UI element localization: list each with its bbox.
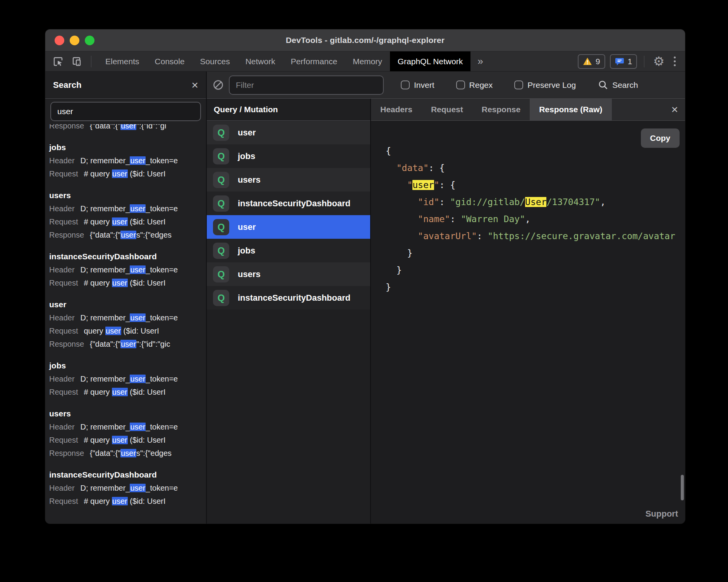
detail-close-icon[interactable]: × (671, 99, 678, 120)
search-result-row[interactable]: Request# query user ($id: UserI (49, 495, 206, 508)
result-section-title: jobs (49, 359, 206, 372)
query-item-label: users (238, 269, 261, 279)
query-list-item-user[interactable]: Quser (207, 215, 370, 239)
response-raw-body: Copy { "data": { "user": { "id": "gid://… (371, 121, 685, 524)
window-title: DevTools - gitlab.com/-/graphql-explorer (45, 29, 685, 51)
query-mutation-header: Query / Mutation (207, 99, 370, 121)
tab-graphql-network[interactable]: GraphQL Network (390, 51, 470, 71)
search-result-row[interactable]: HeaderD; remember_user_token=e (49, 311, 206, 324)
query-type-icon: Q (213, 243, 229, 259)
json-line: "id": "gid://gitlab/User/13704317", (386, 193, 685, 211)
result-section-title: jobs (49, 141, 206, 154)
network-filter-bar: InvertRegexPreserve Log Search (207, 72, 685, 99)
devtools-window: DevTools - gitlab.com/-/graphql-explorer… (45, 29, 685, 524)
query-item-label: user (238, 222, 256, 232)
detail-tab-response[interactable]: Response (472, 99, 530, 120)
search-input[interactable] (50, 102, 201, 121)
json-line: "avatarUrl": "https://secure.gravatar.co… (386, 228, 685, 245)
tab-memory[interactable]: Memory (345, 51, 390, 71)
search-result-row[interactable]: Response{"data":{"users":{"edges (49, 447, 206, 460)
device-toolbar-icon[interactable] (70, 55, 83, 68)
checkbox-box[interactable] (514, 80, 523, 89)
query-list-item-users[interactable]: Qusers (207, 262, 370, 286)
clear-block-icon[interactable] (213, 80, 223, 90)
checkbox-box[interactable] (456, 80, 465, 89)
search-results-list[interactable]: Response{"data":{"user":{"id":"gijobsHea… (45, 124, 206, 524)
query-list-item-jobs[interactable]: Qjobs (207, 239, 370, 262)
kebab-menu-icon[interactable] (671, 56, 679, 66)
detail-tab-request[interactable]: Request (422, 99, 472, 120)
checkbox-preserve-log[interactable]: Preserve Log (514, 80, 576, 90)
json-line: } (386, 245, 685, 262)
settings-gear-icon[interactable]: ⚙ (651, 55, 666, 68)
json-line: "user": { (386, 176, 685, 193)
search-result-row[interactable]: HeaderD; remember_user_token=e (49, 263, 206, 276)
filter-checkboxes: InvertRegexPreserve Log (384, 80, 576, 90)
search-result-row[interactable]: Response{"data":{"user":{"id":"gic (49, 337, 206, 351)
devtools-tabbar: ElementsConsoleSourcesNetworkPerformance… (45, 51, 685, 72)
checkbox-label: Regex (469, 80, 493, 90)
query-mutation-panel: Query / Mutation QuserQjobsQusersQinstan… (207, 99, 371, 524)
message-bubble-icon (615, 57, 624, 66)
query-list-item-instancesecuritydashboard[interactable]: QinstanceSecurityDashboard (207, 286, 370, 310)
result-section-title: instanceSecurityDashboard (49, 250, 206, 263)
search-result-row[interactable]: Requestquery user ($id: UserI (49, 324, 206, 337)
warnings-badge[interactable]: 9 (578, 54, 605, 69)
query-item-label: jobs (238, 246, 255, 256)
query-list-item-jobs[interactable]: Qjobs (207, 144, 370, 168)
json-line: { (386, 142, 685, 159)
checkbox-box[interactable] (401, 80, 410, 89)
network-search-button[interactable]: Search (598, 80, 638, 90)
json-line: "name": "Warren Day", (386, 211, 685, 228)
query-list-item-users[interactable]: Qusers (207, 168, 370, 192)
search-result-row[interactable]: HeaderD; remember_user_token=e (49, 154, 206, 167)
response-json: { "data": { "user": { "id": "gid://gitla… (386, 142, 685, 296)
query-list-item-user[interactable]: Quser (207, 121, 370, 144)
search-result-row[interactable]: Response{"data":{"user":{"id":"gi (49, 124, 206, 132)
query-item-label: instanceSecurityDashboard (238, 199, 350, 209)
toolbar-separator (91, 56, 91, 67)
search-result-row[interactable]: HeaderD; remember_user_token=e (49, 202, 206, 215)
search-result-row[interactable]: Response{"data":{"users":{"edges (49, 228, 206, 241)
filter-input[interactable] (229, 75, 384, 95)
detail-tab-response-raw[interactable]: Response (Raw) (530, 99, 611, 120)
inspect-element-icon[interactable] (52, 55, 65, 68)
search-result-row[interactable]: Request# query user ($id: UserI (49, 215, 206, 228)
query-list: QuserQjobsQusersQinstanceSecurityDashboa… (207, 121, 370, 310)
result-section-title: users (49, 407, 206, 420)
detail-tabs: HeadersRequestResponseResponse (Raw)× (371, 99, 685, 121)
search-result-row[interactable]: HeaderD; remember_user_token=e (49, 420, 206, 433)
tab-console[interactable]: Console (147, 51, 192, 71)
query-type-icon: Q (213, 195, 229, 212)
query-item-label: jobs (238, 151, 255, 161)
tab-sources[interactable]: Sources (192, 51, 238, 71)
tab-network[interactable]: Network (238, 51, 283, 71)
json-line: "data": { (386, 159, 685, 176)
query-item-label: instanceSecurityDashboard (238, 293, 350, 303)
search-result-row[interactable]: Request# query user ($id: UserI (49, 167, 206, 180)
tab-performance[interactable]: Performance (283, 51, 345, 71)
search-result-row[interactable]: Request# query user ($id: UserI (49, 433, 206, 447)
warning-icon (583, 57, 592, 66)
tabbar-separator (644, 56, 644, 67)
scrollbar-thumb[interactable] (681, 475, 684, 500)
checkbox-invert[interactable]: Invert (401, 80, 434, 90)
tab-elements[interactable]: Elements (98, 51, 147, 71)
json-line: } (386, 262, 685, 279)
issues-badge[interactable]: 1 (610, 54, 637, 69)
search-result-row[interactable]: Request# query user ($id: UserI (49, 385, 206, 399)
detail-tab-headers[interactable]: Headers (371, 99, 422, 120)
query-list-item-instancesecuritydashboard[interactable]: QinstanceSecurityDashboard (207, 192, 370, 215)
support-link[interactable]: Support (646, 509, 678, 519)
title-bar: DevTools - gitlab.com/-/graphql-explorer (45, 29, 685, 51)
search-result-row[interactable]: HeaderD; remember_user_token=e (49, 372, 206, 385)
result-section-title: instanceSecurityDashboard (49, 468, 206, 481)
more-tabs-chevron-icon[interactable]: » (470, 51, 490, 71)
checkbox-regex[interactable]: Regex (456, 80, 493, 90)
query-type-icon: Q (213, 148, 229, 164)
search-panel-close-icon[interactable]: × (191, 79, 198, 91)
query-type-icon: Q (213, 219, 229, 235)
search-result-row[interactable]: Request# query user ($id: UserI (49, 276, 206, 289)
search-icon (598, 80, 608, 90)
search-result-row[interactable]: HeaderD; remember_user_token=e (49, 481, 206, 495)
